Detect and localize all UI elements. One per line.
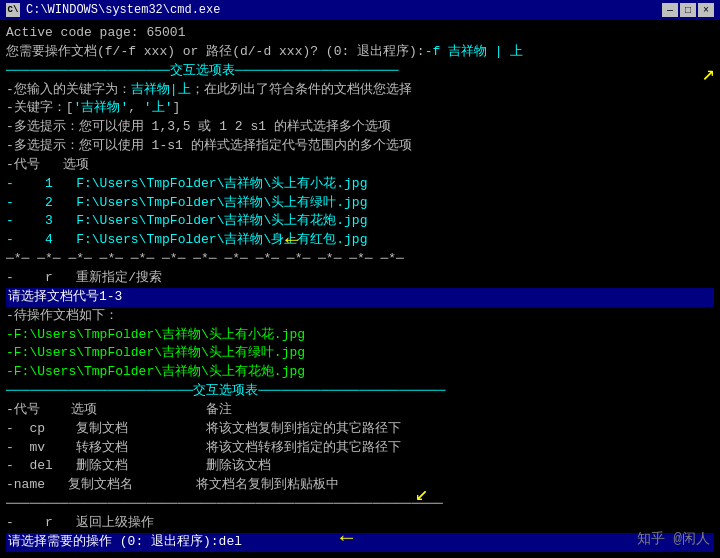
terminal-line-divider1: ─────────────────────交互选项表──────────────… — [6, 62, 714, 81]
window-icon: C\ — [6, 3, 20, 17]
terminal-line-divider3: ────────────────────────交互选项表───────────… — [6, 382, 714, 401]
terminal-line-hint2: -多选提示：您可以使用 1-s1 的样式选择指定代号范围内的多个选项 — [6, 137, 714, 156]
maximize-button[interactable]: □ — [680, 3, 696, 17]
terminal-line-op1: - cp 复制文档 将该文档复制到指定的其它路径下 — [6, 420, 714, 439]
terminal-line-prompt1: 您需要操作文档(f/-f xxx) or 路径(d/-d xxx)? (0: 退… — [6, 43, 714, 62]
terminal-line-keywords: -关键字：['吉祥物', '上'] — [6, 99, 714, 118]
terminal-line-sel1: -F:\Users\TmpFolder\吉祥物\头上有小花.jpg — [6, 326, 714, 345]
terminal-line-hint1: -多选提示：您可以使用 1,3,5 或 1 2 s1 的样式选择多个选项 — [6, 118, 714, 137]
terminal-line-info1: -您输入的关键字为：吉祥物|上；在此列出了符合条件的文档供您选择 — [6, 81, 714, 100]
terminal-line-option-r: - r 重新指定/搜索 — [6, 269, 714, 288]
terminal-line-option-r2: - r 返回上级操作 — [6, 514, 714, 533]
terminal-output: Active code page: 65001您需要操作文档(f/-f xxx)… — [6, 24, 714, 552]
terminal-line-col-header: -代号 选项 — [6, 156, 714, 175]
close-button[interactable]: × — [698, 3, 714, 17]
window-title: C:\WINDOWS\system32\cmd.exe — [26, 3, 662, 17]
terminal-line-op4: -name 复制文档名 将文档名复制到粘贴板中 — [6, 476, 714, 495]
terminal-line-divider2: ─*─ ─*─ ─*─ ─*─ ─*─ ─*─ ─*─ ─*─ ─*─ ─*─ … — [6, 250, 714, 269]
minimize-button[interactable]: — — [662, 3, 678, 17]
terminal: Active code page: 65001您需要操作文档(f/-f xxx)… — [0, 20, 720, 558]
terminal-line-sel3: -F:\Users\TmpFolder\吉祥物\头上有花炮.jpg — [6, 363, 714, 382]
terminal-line-op3: - del 删除文档 删除该文档 — [6, 457, 714, 476]
terminal-line-item2: - 2 F:\Users\TmpFolder\吉祥物\头上有绿叶.jpg — [6, 194, 714, 213]
terminal-line-sel2: -F:\Users\TmpFolder\吉祥物\头上有绿叶.jpg — [6, 344, 714, 363]
terminal-line-op2: - mv 转移文档 将该文档转移到指定的其它路径下 — [6, 439, 714, 458]
terminal-line-item1: - 1 F:\Users\TmpFolder\吉祥物\头上有小花.jpg — [6, 175, 714, 194]
terminal-line-input1: 请选择文档代号1-3 — [6, 288, 714, 307]
watermark: 知乎 @闲人 — [637, 530, 710, 548]
terminal-line-item3: - 3 F:\Users\TmpFolder\吉祥物\头上有花炮.jpg — [6, 212, 714, 231]
terminal-line-active: Active code page: 65001 — [6, 24, 714, 43]
terminal-line-divider4: ────────────────────────────────────────… — [6, 495, 714, 514]
terminal-line-input2: 请选择需要的操作 (0: 退出程序):del — [6, 533, 714, 552]
terminal-line-pending: -待操作文档如下： — [6, 307, 714, 326]
terminal-line-item4: - 4 F:\Users\TmpFolder\吉祥物\身上有红包.jpg — [6, 231, 714, 250]
window-controls[interactable]: — □ × — [662, 3, 714, 17]
title-bar: C\ C:\WINDOWS\system32\cmd.exe — □ × — [0, 0, 720, 20]
terminal-line-col-header2: -代号 选项 备注 — [6, 401, 714, 420]
